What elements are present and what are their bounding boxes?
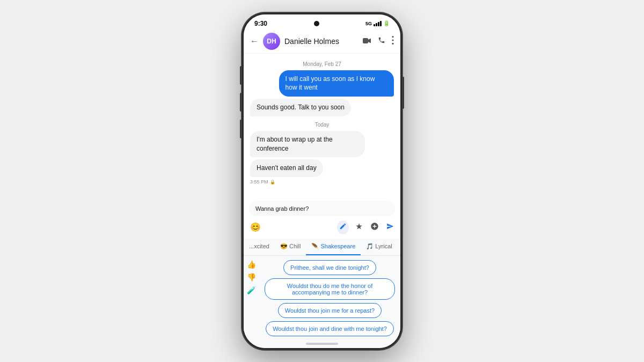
tab-formal[interactable]: For... bbox=[398, 239, 400, 255]
header-actions bbox=[363, 36, 394, 46]
phone-call-button[interactable] bbox=[378, 36, 385, 46]
lock-icon: 🔒 bbox=[270, 180, 275, 184]
home-indicator bbox=[306, 343, 338, 345]
compose-message[interactable]: Wanna grab dinner? bbox=[249, 201, 395, 216]
ai-style-tabs: ...xcited 😎 Chill 🪶 Shakespeare 🎵 Lyrica… bbox=[244, 239, 400, 256]
svg-rect-0 bbox=[363, 38, 368, 43]
app-header: ← DH Danielle Holmes bbox=[244, 29, 400, 54]
avatar-initials: DH bbox=[267, 38, 276, 45]
compose-toolbar: 😊 bbox=[249, 219, 395, 235]
date-label-monday: Monday, Feb 27 bbox=[250, 61, 394, 67]
ai-suggestions-panel: ...xcited 😎 Chill 🪶 Shakespeare 🎵 Lyrica… bbox=[244, 239, 400, 348]
thumbs-up-button[interactable]: 👍 bbox=[247, 260, 256, 269]
suggestion-3[interactable]: Wouldst thou join me for a repast? bbox=[278, 303, 382, 318]
battery-icon: 🔋 bbox=[383, 20, 390, 26]
date-label-today: Today bbox=[250, 122, 394, 128]
message-received-3: Haven't eaten all day bbox=[250, 159, 323, 177]
message-timestamp: 3:55 PM 🔒 bbox=[250, 179, 394, 184]
tab-shakespeare[interactable]: 🪶 Shakespeare bbox=[306, 239, 361, 255]
message-received-1: Sounds good. Talk to you soon bbox=[250, 99, 351, 116]
suggestion-2[interactable]: Wouldst thou do me the honor of accompan… bbox=[265, 278, 395, 300]
suggestions-with-feedback: 👍 👎 🧪 Prithee, shall we dine tonight? Wo… bbox=[244, 256, 400, 341]
message-sent-1: I will call you as soon as I know how it… bbox=[279, 70, 394, 97]
pencil-button[interactable] bbox=[337, 220, 349, 234]
status-bar: 9:30 5G 🔋 bbox=[244, 14, 400, 29]
emoji-button[interactable]: 😊 bbox=[249, 221, 262, 233]
video-call-button[interactable] bbox=[363, 37, 371, 46]
signal-bars bbox=[374, 21, 382, 26]
suggestions-column: Prithee, shall we dine tonight? Wouldst … bbox=[259, 256, 400, 341]
network-icon: 5G bbox=[365, 21, 372, 26]
flask-button[interactable]: 🧪 bbox=[247, 286, 256, 294]
chill-emoji: 😎 bbox=[280, 243, 289, 249]
suggestion-4[interactable]: Wouldst thou join and dine with me tonig… bbox=[266, 321, 394, 336]
add-button[interactable] bbox=[369, 221, 380, 234]
thumbs-down-button[interactable]: 👎 bbox=[247, 273, 256, 282]
front-camera bbox=[314, 21, 319, 26]
tab-chill[interactable]: 😎 Chill bbox=[275, 239, 306, 255]
tab-lyrical[interactable]: 🎵 Lyrical bbox=[361, 239, 397, 255]
more-options-button[interactable] bbox=[392, 36, 394, 46]
svg-point-3 bbox=[392, 43, 393, 45]
svg-point-2 bbox=[392, 39, 393, 41]
contact-name: Danielle Holmes bbox=[284, 37, 358, 46]
status-time: 9:30 bbox=[254, 20, 267, 27]
feedback-column: 👍 👎 🧪 bbox=[244, 256, 259, 341]
ai-suggestions-list: Prithee, shall we dine tonight? Wouldst … bbox=[259, 256, 400, 341]
svg-point-1 bbox=[392, 36, 393, 38]
phone-screen: 9:30 5G 🔋 ← DH Danielle Holmes bbox=[244, 14, 400, 348]
shakespeare-emoji: 🪶 bbox=[311, 243, 320, 249]
status-icons: 5G 🔋 bbox=[365, 20, 390, 26]
contact-avatar[interactable]: DH bbox=[263, 33, 280, 50]
phone-device: 9:30 5G 🔋 ← DH Danielle Holmes bbox=[241, 12, 402, 350]
send-button[interactable] bbox=[385, 221, 395, 233]
suggestion-1[interactable]: Prithee, shall we dine tonight? bbox=[283, 260, 376, 275]
lyrical-emoji: 🎵 bbox=[366, 243, 375, 249]
chat-area: Monday, Feb 27 I will call you as soon a… bbox=[244, 54, 400, 198]
tab-excited[interactable]: ...xcited bbox=[244, 239, 275, 255]
compose-area: Wanna grab dinner? 😊 bbox=[244, 198, 400, 239]
back-button[interactable]: ← bbox=[250, 36, 259, 46]
message-received-2: I'm about to wrap up at the conference bbox=[250, 131, 365, 158]
sparkle-button[interactable] bbox=[354, 221, 364, 233]
